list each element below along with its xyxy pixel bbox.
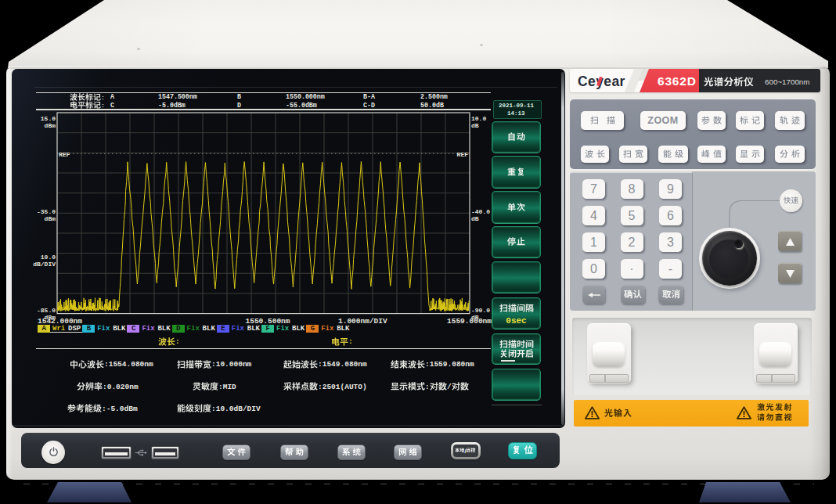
svg-text:dB: dB bbox=[471, 215, 479, 222]
svg-text:-35.0: -35.0 bbox=[37, 208, 56, 215]
svg-text:dBm: dBm bbox=[45, 215, 56, 222]
svg-text:10.0: 10.0 bbox=[41, 254, 56, 261]
svg-text:-40.0: -40.0 bbox=[471, 208, 490, 215]
svg-text:dB: dB bbox=[471, 122, 479, 129]
svg-text:dBm: dBm bbox=[45, 122, 56, 129]
svg-text:-90.0: -90.0 bbox=[471, 307, 490, 314]
svg-text:REF: REF bbox=[59, 151, 70, 158]
svg-text:1559.000nm: 1559.000nm bbox=[447, 317, 492, 326]
svg-text:-85.0: -85.0 bbox=[37, 307, 56, 314]
svg-text:dB/DIV: dB/DIV bbox=[33, 261, 56, 268]
svg-text:10.0: 10.0 bbox=[471, 115, 486, 122]
svg-text:REF: REF bbox=[457, 151, 469, 158]
svg-text:15.0: 15.0 bbox=[41, 115, 56, 122]
